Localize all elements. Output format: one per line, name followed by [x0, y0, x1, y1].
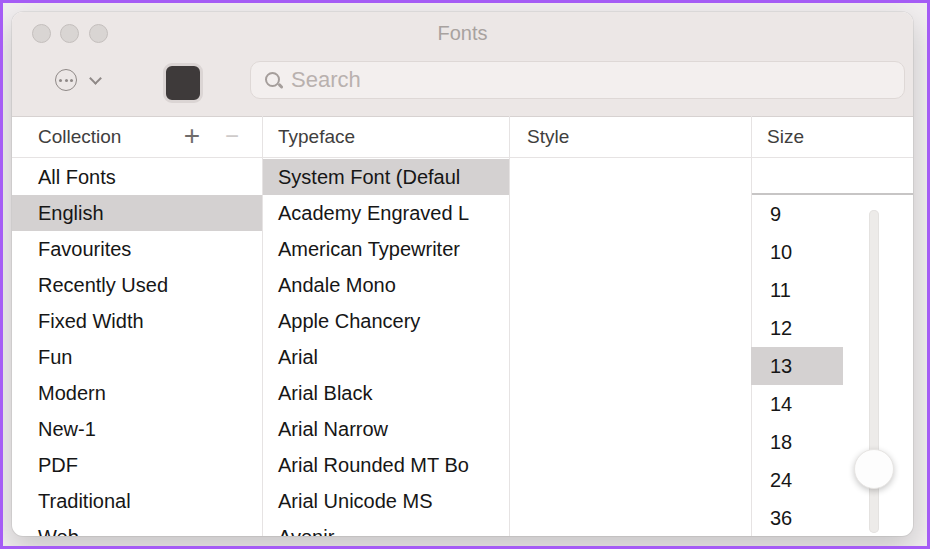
list-item[interactable]: Modern: [12, 375, 262, 411]
list-item[interactable]: American Typewriter: [263, 231, 509, 267]
search-icon: [265, 72, 281, 88]
list-item[interactable]: Recently Used: [12, 267, 262, 303]
list-item[interactable]: Fun: [12, 339, 262, 375]
ellipsis-circle-icon: [55, 69, 77, 91]
screenshot-root: { "window": { "title": "Fonts" }, "toolb…: [0, 0, 930, 549]
text-color-well[interactable]: [163, 63, 203, 103]
list-item[interactable]: Arial: [263, 339, 509, 375]
window-title: Fonts: [12, 22, 913, 45]
list-item[interactable]: Academy Engraved L: [263, 195, 509, 231]
list-item[interactable]: 12: [751, 309, 843, 347]
list-item[interactable]: Andale Mono: [263, 267, 509, 303]
list-item[interactable]: 9: [751, 195, 843, 233]
list-item[interactable]: PDF: [12, 447, 262, 483]
list-item[interactable]: Apple Chancery: [263, 303, 509, 339]
size-field[interactable]: 13: [752, 159, 913, 193]
collection-header: Collection: [38, 117, 121, 157]
divider-typeface-style: [509, 116, 510, 536]
list-item[interactable]: Web: [12, 519, 262, 536]
style-header: Style: [527, 117, 569, 157]
list-item[interactable]: Avenir: [263, 519, 509, 536]
list-item[interactable]: Arial Black: [263, 375, 509, 411]
column-header-row: Collection + − Typeface Style Size: [12, 116, 913, 158]
list-item[interactable]: 36: [751, 499, 843, 536]
list-item[interactable]: Arial Rounded MT Bo: [263, 447, 509, 483]
fonts-window: Fonts Collection + − Typeface Style Size…: [12, 12, 913, 536]
list-item[interactable]: All Fonts: [12, 159, 262, 195]
add-collection-button[interactable]: +: [178, 117, 206, 157]
typeface-header: Typeface: [278, 117, 355, 157]
list-item-selected[interactable]: 13: [751, 347, 843, 385]
remove-collection-button[interactable]: −: [218, 117, 246, 157]
list-item[interactable]: Arial Narrow: [263, 411, 509, 447]
actions-menu-button[interactable]: [55, 69, 105, 93]
titlebar-toolbar: Fonts: [12, 12, 913, 116]
list-item[interactable]: Arial Unicode MS: [263, 483, 509, 519]
list-item[interactable]: 11: [751, 271, 843, 309]
list-item-selected[interactable]: System Font (Defaul: [263, 159, 509, 195]
list-item[interactable]: Traditional: [12, 483, 262, 519]
list-item[interactable]: 14: [751, 385, 843, 423]
list-item[interactable]: Fixed Width: [12, 303, 262, 339]
list-item[interactable]: 10: [751, 233, 843, 271]
size-header: Size: [767, 117, 804, 157]
list-item[interactable]: 18: [751, 423, 843, 461]
search-input[interactable]: [291, 63, 904, 97]
search-field[interactable]: [250, 61, 905, 99]
list-item[interactable]: New-1: [12, 411, 262, 447]
list-item[interactable]: 24: [751, 461, 843, 499]
list-item-selected[interactable]: English: [12, 195, 262, 231]
chevron-down-icon: [89, 72, 102, 85]
size-slider-thumb[interactable]: [854, 449, 894, 489]
list-item[interactable]: Favourites: [12, 231, 262, 267]
